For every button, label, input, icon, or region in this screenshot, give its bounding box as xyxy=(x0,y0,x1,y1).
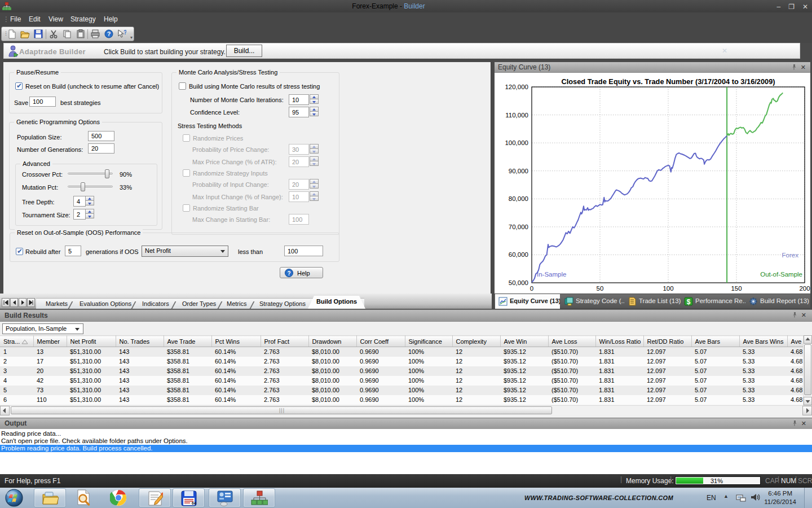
svg-text:150: 150 xyxy=(731,285,742,292)
svg-text:100,000: 100,000 xyxy=(505,139,528,146)
svg-text:120,000: 120,000 xyxy=(505,84,528,90)
svg-text:$: $ xyxy=(687,298,691,306)
svg-text:60,000: 60,000 xyxy=(509,251,528,258)
svg-text:80,000: 80,000 xyxy=(509,195,528,202)
svg-text:110,000: 110,000 xyxy=(505,112,528,119)
svg-text:100: 100 xyxy=(663,285,673,292)
svg-text:Closed Trade Equity vs. Trade: Closed Trade Equity vs. Trade Number (3/… xyxy=(561,77,775,86)
svg-text:50,000: 50,000 xyxy=(509,279,528,286)
svg-text:In-Sample: In-Sample xyxy=(537,271,566,278)
svg-text:50: 50 xyxy=(597,285,604,292)
svg-text:Out-of-Sample: Out-of-Sample xyxy=(760,271,802,278)
svg-text:?: ? xyxy=(107,30,111,37)
svg-text:?: ? xyxy=(123,29,126,36)
svg-text:Forex: Forex xyxy=(782,252,799,259)
svg-text:64: 64 xyxy=(192,501,196,505)
svg-text:?: ? xyxy=(287,270,290,277)
svg-text:70,000: 70,000 xyxy=(509,224,528,230)
svg-text:90,000: 90,000 xyxy=(509,168,528,174)
svg-text:0: 0 xyxy=(530,285,533,292)
svg-text:200: 200 xyxy=(799,285,810,292)
